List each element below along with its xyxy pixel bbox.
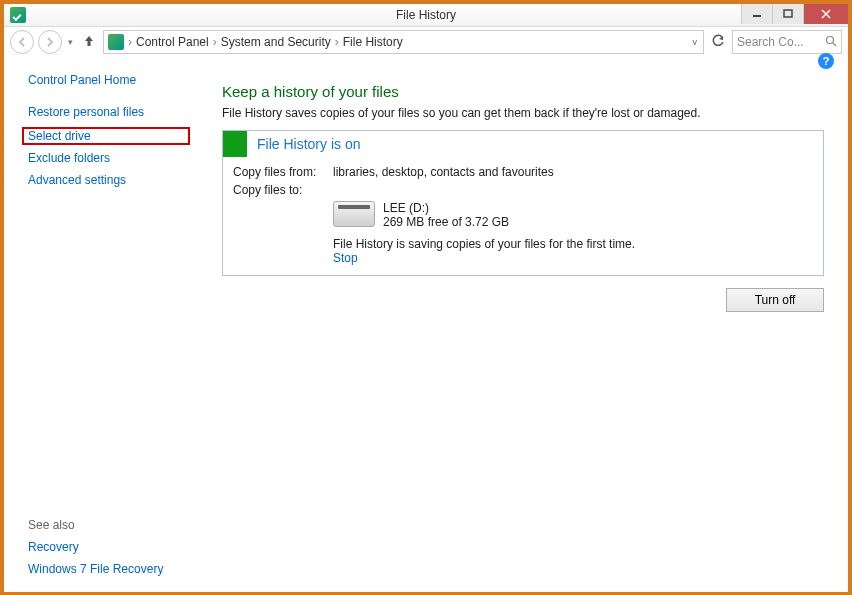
breadcrumb-mid[interactable]: System and Security	[221, 35, 331, 49]
search-input[interactable]: Search Co...	[732, 30, 842, 54]
sidebar-item-advanced[interactable]: Advanced settings	[28, 173, 190, 187]
minimize-button[interactable]	[741, 4, 772, 24]
addressbar[interactable]: › Control Panel › System and Security › …	[103, 30, 704, 54]
page-subtext: File History saves copies of your files …	[222, 106, 824, 120]
svg-line-5	[833, 43, 836, 46]
drive-icon	[333, 201, 375, 227]
window-title: File History	[4, 8, 848, 22]
sidebar-item-win7-recovery[interactable]: Windows 7 File Recovery	[28, 562, 190, 576]
search-icon	[825, 35, 837, 50]
maximize-button[interactable]	[772, 4, 803, 24]
back-button[interactable]	[10, 30, 34, 54]
history-dropdown-icon[interactable]: ▾	[66, 37, 75, 47]
svg-point-4	[827, 36, 834, 43]
forward-button[interactable]	[38, 30, 62, 54]
breadcrumb-root[interactable]: Control Panel	[136, 35, 209, 49]
sidebar-item-restore[interactable]: Restore personal files	[28, 105, 190, 119]
see-also-label: See also	[28, 518, 190, 532]
copy-from-value: libraries, desktop, contacts and favouri…	[333, 165, 554, 179]
copy-from-label: Copy files from:	[233, 165, 333, 179]
close-button[interactable]	[803, 4, 848, 24]
stop-link[interactable]: Stop	[333, 251, 358, 265]
sidebar-item-exclude[interactable]: Exclude folders	[28, 151, 190, 165]
turn-off-button[interactable]: Turn off	[726, 288, 824, 312]
address-dropdown-icon[interactable]: v	[693, 37, 700, 47]
chevron-right-icon[interactable]: ›	[213, 35, 217, 49]
status-on-icon	[223, 131, 247, 157]
page-heading: Keep a history of your files	[222, 83, 824, 100]
titlebar: File History	[4, 4, 848, 27]
main-content: ? Keep a history of your files File Hist…	[204, 57, 848, 592]
sidebar-item-recovery[interactable]: Recovery	[28, 540, 190, 554]
copy-to-label: Copy files to:	[233, 183, 333, 197]
saving-text: File History is saving copies of your fi…	[333, 237, 813, 251]
control-panel-icon	[108, 34, 124, 50]
status-panel: File History is on Copy files from: libr…	[222, 130, 824, 276]
search-placeholder: Search Co...	[737, 35, 804, 49]
svg-rect-1	[784, 10, 792, 17]
sidebar: Control Panel Home Restore personal file…	[4, 57, 204, 592]
chevron-right-icon[interactable]: ›	[128, 35, 132, 49]
status-text: File History is on	[247, 136, 360, 152]
help-icon[interactable]: ?	[818, 53, 834, 69]
drive-space: 269 MB free of 3.72 GB	[383, 215, 509, 229]
sidebar-home[interactable]: Control Panel Home	[28, 73, 190, 87]
up-button[interactable]	[79, 34, 99, 51]
sidebar-item-select-drive[interactable]: Select drive	[28, 129, 158, 143]
navbar: ▾ › Control Panel › System and Security …	[4, 27, 848, 57]
breadcrumb-leaf[interactable]: File History	[343, 35, 403, 49]
drive-name: LEE (D:)	[383, 201, 509, 215]
highlight-box: Select drive	[22, 127, 190, 145]
chevron-right-icon[interactable]: ›	[335, 35, 339, 49]
refresh-button[interactable]	[708, 34, 728, 51]
